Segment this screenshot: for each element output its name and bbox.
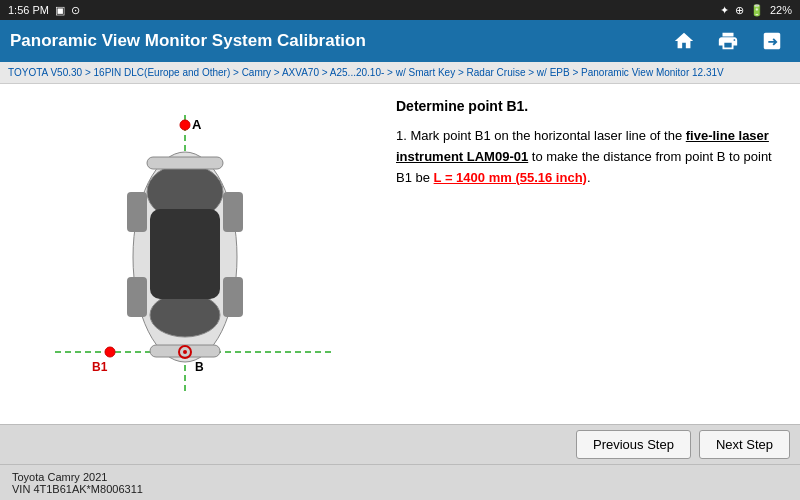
svg-rect-6 xyxy=(147,157,223,169)
car-diagram: A B1 B xyxy=(20,107,360,402)
point-a-label: A xyxy=(192,117,202,132)
svg-point-12 xyxy=(180,120,190,130)
svg-point-13 xyxy=(105,347,115,357)
next-step-button[interactable]: Next Step xyxy=(699,430,790,459)
calibration-diagram: A B1 B xyxy=(20,107,360,402)
point-b-label: B xyxy=(195,360,204,374)
step-number: 1. xyxy=(396,128,407,143)
instructions-title: Determine point B1. xyxy=(396,98,784,114)
title-bar: Panoramic View Monitor System Calibratio… xyxy=(0,20,800,62)
point-b1-label: B1 xyxy=(92,360,108,374)
export-button[interactable] xyxy=(754,25,790,57)
battery-icon: 🔋 xyxy=(750,4,764,17)
time-display: 1:56 PM xyxy=(8,4,49,16)
svg-rect-11 xyxy=(223,277,243,317)
status-bar-right: ✦ ⊕ 🔋 22% xyxy=(720,4,792,17)
svg-rect-9 xyxy=(223,192,243,232)
signal-icon: ⊙ xyxy=(71,4,80,17)
breadcrumb-text: TOYOTA V50.30 > 16PIN DLC(Europe and Oth… xyxy=(8,67,724,78)
breadcrumb: TOYOTA V50.30 > 16PIN DLC(Europe and Oth… xyxy=(0,62,800,84)
text-end: . xyxy=(587,170,591,185)
svg-rect-8 xyxy=(127,192,147,232)
bluetooth-icon: ✦ xyxy=(720,4,729,17)
status-bar-left: 1:56 PM ▣ ⊙ xyxy=(8,4,80,17)
footer: Toyota Camry 2021 VIN 4T1B61AK*M8006311 xyxy=(0,464,800,500)
main-content: A B1 B Determine point B1. 1. Mark point… xyxy=(0,84,800,424)
title-bar-icons xyxy=(666,25,790,57)
tablet-icon: ▣ xyxy=(55,4,65,17)
instructions-panel: Determine point B1. 1. Mark point B1 on … xyxy=(380,84,800,424)
previous-step-button[interactable]: Previous Step xyxy=(576,430,691,459)
buttons-bar: Previous Step Next Step xyxy=(0,424,800,464)
text-before-laser: Mark point B1 on the horizontal laser li… xyxy=(407,128,686,143)
instructions-text: 1. Mark point B1 on the horizontal laser… xyxy=(396,126,784,188)
wifi-icon: ⊕ xyxy=(735,4,744,17)
vehicle-model: Toyota Camry 2021 xyxy=(12,471,143,483)
page-title: Panoramic View Monitor System Calibratio… xyxy=(10,31,366,51)
footer-info: Toyota Camry 2021 VIN 4T1B61AK*M8006311 xyxy=(12,471,143,495)
home-button[interactable] xyxy=(666,25,702,57)
vehicle-vin: VIN 4T1B61AK*M8006311 xyxy=(12,483,143,495)
svg-point-4 xyxy=(150,293,220,337)
print-button[interactable] xyxy=(710,25,746,57)
svg-point-15 xyxy=(183,350,187,354)
svg-rect-10 xyxy=(127,277,147,317)
measurement-text: L = 1400 mm (55.16 inch) xyxy=(434,170,587,185)
diagram-panel: A B1 B xyxy=(0,84,380,424)
svg-rect-5 xyxy=(150,209,220,299)
status-bar: 1:56 PM ▣ ⊙ ✦ ⊕ 🔋 22% xyxy=(0,0,800,20)
battery-level: 22% xyxy=(770,4,792,16)
